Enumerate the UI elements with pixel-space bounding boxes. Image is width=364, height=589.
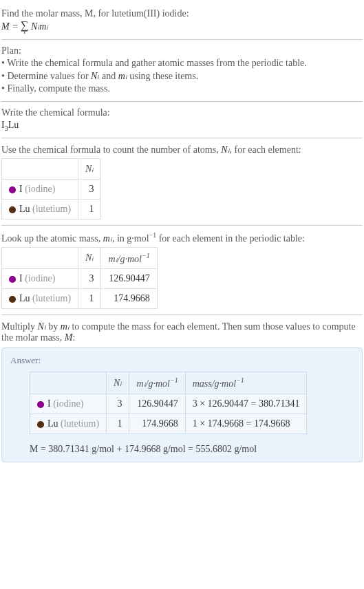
ni-cell: 3: [107, 394, 129, 414]
table-row: I (iodine) 3 126.90447: [2, 269, 158, 289]
empty-header: [30, 372, 107, 394]
mi-cell: 126.90447: [101, 269, 157, 289]
mi-exp: −1: [170, 376, 178, 384]
ni-cell: 1: [78, 199, 101, 219]
am-pre: Look up the atomic mass,: [1, 233, 103, 244]
plan-b2-pre: • Determine values for: [1, 71, 91, 81]
el-name: (iodine): [25, 273, 55, 283]
ni-cell: 1: [107, 414, 129, 433]
lutetium-dot-icon: [37, 421, 44, 428]
am-mid: , in g·mol: [112, 233, 149, 244]
element-cell: Lu (lutetium): [2, 199, 78, 219]
iodine-dot-icon: [37, 401, 44, 408]
mi-exp: −1: [142, 252, 150, 259]
mi-cell: 126.90447: [129, 394, 185, 414]
count-atoms-section: Use the chemical formula to count the nu…: [1, 138, 363, 226]
el-name: (iodine): [25, 184, 55, 194]
mi-pre: mᵢ/g·mol: [108, 253, 142, 264]
atomic-mass-title: Look up the atomic mass, mᵢ, in g·mol−1 …: [1, 231, 363, 244]
atomic-mass-section: Look up the atomic mass, mᵢ, in g·mol−1 …: [1, 226, 363, 315]
intro-section: Find the molar mass, M, for lutetium(III…: [1, 3, 363, 40]
answer-label: Answer:: [10, 355, 354, 366]
count-atoms-title: Use the chemical formula to count the nu…: [1, 144, 363, 156]
cf-post: Lu: [8, 120, 19, 130]
intro-line1: Find the molar mass, M, for lutetium(III…: [1, 8, 363, 19]
plan-bullet3: • Finally, compute the mass.: [1, 83, 363, 94]
am-post: for each element in the periodic table:: [156, 233, 305, 244]
lutetium-dot-icon: [9, 296, 16, 303]
atomic-mass-table: Nᵢ mᵢ/g·mol−1 I (iodine) 3 126.90447 Lu …: [1, 247, 158, 310]
mi-cell: 174.9668: [101, 289, 157, 309]
el-sym: Lu: [19, 204, 30, 214]
empty-header: [2, 247, 78, 269]
table-row: I (iodine) 3 126.90447 3 × 126.90447 = 3…: [30, 394, 307, 414]
el-sym: I: [19, 273, 23, 283]
plan-bullet1: • Write the chemical formula and gather …: [1, 58, 363, 69]
plan-title: Plan:: [1, 45, 363, 56]
table-header-row: Nᵢ mᵢ/g·mol−1: [2, 247, 158, 269]
mass-exp: −1: [236, 376, 244, 384]
ni-header: Nᵢ: [78, 247, 101, 269]
table-row: Lu (lutetium) 1 174.9668: [2, 289, 158, 309]
el-name: (iodine): [53, 398, 83, 409]
mass-cell: 1 × 174.9668 = 174.9668: [185, 414, 307, 433]
table-row: Lu (lutetium) 1: [2, 199, 101, 219]
write-formula-title: Write the chemical formula:: [1, 107, 363, 118]
plan-b2-post: using these items.: [127, 71, 198, 81]
element-cell: I (iodine): [30, 394, 107, 414]
formula-lhs: M =: [1, 21, 21, 32]
ca-post: , for each element:: [230, 144, 301, 155]
iodine-dot-icon: [9, 276, 16, 283]
multiply-title: Multiply Nᵢ by mᵢ to compute the mass fo…: [1, 321, 363, 343]
answer-inner: Nᵢ mᵢ/g·mol−1 mass/g·mol−1 I (iodine) 3 …: [10, 372, 354, 455]
el-name: (lutetium): [32, 293, 71, 303]
element-cell: I (iodine): [2, 179, 78, 199]
el-sym: Lu: [47, 418, 58, 429]
element-cell: Lu (lutetium): [2, 289, 78, 309]
final-answer: M = 380.71341 g/mol + 174.9668 g/mol = 5…: [30, 444, 354, 455]
ni-header: Nᵢ: [107, 372, 129, 394]
chemical-formula: I3Lu: [1, 120, 363, 132]
iodine-dot-icon: [9, 186, 16, 193]
table-header-row: Nᵢ: [2, 158, 101, 179]
el-sym: I: [19, 184, 23, 194]
am-exp: −1: [149, 231, 157, 239]
plan-b2-mid: and: [99, 71, 118, 81]
ni-cell: 1: [78, 289, 101, 309]
am-var: mᵢ: [103, 233, 112, 244]
el-name: (lutetium): [32, 204, 71, 214]
table-header-row: Nᵢ mᵢ/g·mol−1 mass/g·mol−1: [30, 372, 307, 394]
mt-ni: Nᵢ: [38, 321, 46, 332]
count-atoms-table: Nᵢ I (iodine) 3 Lu (lutetium) 1: [1, 158, 101, 219]
ni-cell: 3: [78, 269, 101, 289]
table-row: Lu (lutetium) 1 174.9668 1 × 174.9668 = …: [30, 414, 307, 433]
mass-header: mass/g·mol−1: [185, 372, 307, 394]
write-formula-section: Write the chemical formula: I3Lu: [1, 102, 363, 138]
ni-header: Nᵢ: [78, 158, 101, 179]
mass-pre: mass/g·mol: [193, 378, 236, 389]
multiply-section: Multiply Nᵢ by mᵢ to compute the mass fo…: [1, 315, 363, 468]
mass-cell: 3 × 126.90447 = 380.71341: [185, 394, 307, 414]
mi-header: mᵢ/g·mol−1: [129, 372, 185, 394]
mt-m: M: [65, 332, 73, 343]
formula-rhs: Nᵢmᵢ: [29, 21, 49, 32]
mi-pre: mᵢ/g·mol: [136, 378, 170, 389]
ca-pre: Use the chemical formula to count the nu…: [1, 144, 221, 155]
element-cell: Lu (lutetium): [30, 414, 107, 433]
plan-bullet2: • Determine values for Nᵢ and mᵢ using t…: [1, 70, 363, 82]
mi-cell: 174.9668: [129, 414, 185, 433]
plan-b2-mi: mᵢ: [118, 71, 127, 81]
ni-cell: 3: [78, 179, 101, 199]
lutetium-dot-icon: [9, 206, 16, 213]
table-row: I (iodine) 3: [2, 179, 101, 199]
mi-header: mᵢ/g·mol−1: [101, 247, 157, 269]
mt-mi: mᵢ: [61, 321, 69, 332]
answer-table: Nᵢ mᵢ/g·mol−1 mass/g·mol−1 I (iodine) 3 …: [30, 372, 307, 434]
el-sym: I: [47, 398, 51, 409]
plan-b2-ni: Nᵢ: [91, 71, 99, 81]
answer-box: Answer: Nᵢ mᵢ/g·mol−1 mass/g·mol−1 I (io…: [1, 347, 363, 462]
mt-post: :: [72, 332, 75, 343]
el-sym: Lu: [19, 293, 30, 303]
element-cell: I (iodine): [2, 269, 78, 289]
mt-by: by: [46, 321, 61, 332]
